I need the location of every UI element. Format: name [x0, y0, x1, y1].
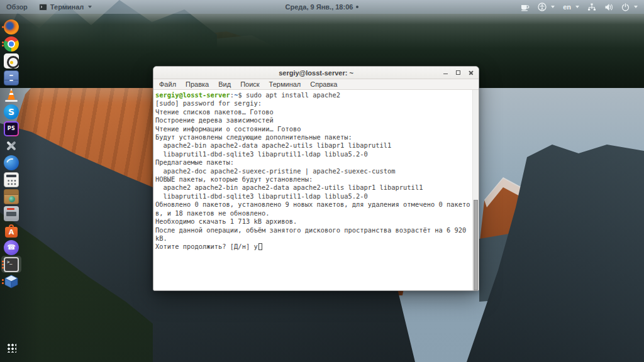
chevron-down-icon — [634, 6, 638, 8]
notification-dot — [356, 6, 358, 8]
keyboard-layout-label: en — [563, 3, 571, 11]
prompt-user-host: sergiy@losst-server — [155, 91, 230, 99]
dock-item-tweak-tools[interactable] — [1, 137, 21, 154]
terminal-output-line: libaprutil1-dbd-sqlite3 libaprutil1-ldap… — [155, 150, 471, 158]
dock-item-terminal[interactable] — [1, 256, 21, 273]
chevron-down-icon — [551, 6, 555, 8]
dock-item-media-player[interactable] — [1, 52, 21, 69]
show-applications-button[interactable] — [1, 337, 21, 354]
terminal-output-line: НОВЫЕ пакеты, которые будут установлены: — [155, 175, 471, 184]
app-menu[interactable]: Терминал — [39, 3, 92, 11]
menu-view[interactable]: Вид — [218, 80, 231, 88]
terminal-output-line: в, и 18 пакетов не обновлено. — [155, 209, 471, 217]
terminal-output-line: apache2-bin apache2-data apache2-utils l… — [155, 141, 471, 150]
confirm-question: Хотите продолжить? [Д/н] y — [155, 243, 258, 250]
dock-item-thunderbird[interactable] — [1, 154, 21, 171]
skype-icon — [4, 104, 19, 119]
volume-button[interactable] — [604, 3, 613, 11]
terminal-output-line: [sudo] password for sergiy: — [155, 99, 471, 107]
activities-label: Обзор — [6, 3, 28, 11]
show-applications-grid-icon — [6, 343, 16, 353]
clock-label[interactable]: Среда, 9 Янв., 18:06 — [286, 3, 353, 11]
dock-item-scanner[interactable] — [1, 205, 21, 222]
scrollbar-thumb[interactable] — [474, 200, 478, 290]
volume-icon — [604, 3, 613, 11]
power-menu-button[interactable] — [621, 3, 638, 11]
dock-item-vlc[interactable] — [1, 86, 21, 103]
close-button[interactable] — [467, 69, 474, 76]
menu-search[interactable]: Поиск — [240, 80, 259, 88]
network-wired-icon — [587, 3, 596, 11]
terminal-output-line: Чтение списков пакетов… Готово — [155, 108, 471, 116]
phpstorm-icon — [4, 121, 19, 136]
package-box-icon — [4, 189, 19, 204]
vlc-cone-icon — [4, 87, 19, 102]
terminal-output: [sudo] password for sergiy: Чтение списк… — [155, 99, 471, 243]
firefox-icon — [4, 19, 19, 35]
terminal-scrollbar[interactable] — [472, 90, 479, 290]
menu-help[interactable]: Справка — [310, 80, 337, 88]
media-player-icon — [4, 53, 19, 69]
terminal-prompt-line: sergiy@losst-server:~$ sudo apt install … — [155, 91, 471, 99]
terminal-output-line: Обновлено 0 пакетов, установлено 9 новых… — [155, 200, 471, 209]
window-titlebar[interactable]: sergiy@losst-server: ~ — [153, 67, 479, 79]
terminal-menubar: Файл Правка Вид Поиск Терминал Справка — [153, 79, 479, 90]
terminal-window: sergiy@losst-server: ~ Файл Правка Вид П… — [153, 66, 479, 291]
terminal-mini-icon — [39, 4, 47, 11]
network-menu-button[interactable] — [587, 3, 596, 11]
accessibility-menu-button[interactable] — [538, 3, 555, 11]
chevron-down-icon — [575, 6, 579, 8]
dock-item-chrome[interactable] — [1, 35, 21, 52]
terminal-output-line: Будут установлены следующие дополнительн… — [155, 133, 471, 141]
terminal-output-line: libaprutil1-dbd-sqlite3 libaprutil1-ldap… — [155, 192, 471, 200]
software-bag-icon — [4, 223, 19, 238]
virtualbox-icon — [4, 274, 19, 289]
terminal-input-line: Хотите продолжить? [Д/н] y — [155, 243, 471, 251]
terminal-content[interactable]: sergiy@losst-server:~$ sudo apt install … — [153, 90, 479, 290]
maximize-button[interactable] — [455, 69, 462, 76]
thunderbird-icon — [4, 155, 19, 170]
terminal-output-line: apache2 apache2-bin apache2-data apache2… — [155, 184, 471, 192]
calculator-icon — [4, 172, 19, 187]
dock-item-calculator[interactable] — [1, 171, 21, 188]
viber-icon — [4, 240, 19, 255]
dock-item-file-cabinet[interactable] — [1, 69, 21, 86]
dock-item-viber[interactable] — [1, 239, 21, 256]
dock-item-skype[interactable] — [1, 103, 21, 120]
menu-terminal[interactable]: Терминал — [269, 80, 301, 88]
chevron-down-icon — [88, 6, 92, 8]
dock-item-phpstorm[interactable] — [1, 120, 21, 137]
terminal-output-line: Построение дерева зависимостей — [155, 116, 471, 124]
activities-button[interactable]: Обзор — [6, 3, 28, 11]
app-menu-label: Терминал — [50, 3, 84, 11]
window-title: sergiy@losst-server: ~ — [153, 69, 479, 77]
terminal-output-line: Необходимо скачать 1 713 kB архивов. — [155, 217, 471, 226]
terminal-output-line: apache2-doc apache2-suexec-pristine | ap… — [155, 167, 471, 175]
chrome-icon — [4, 36, 19, 52]
dock-item-virtualbox[interactable] — [1, 273, 21, 290]
terminal-output-line: Чтение информации о состоянии… Готово — [155, 125, 471, 133]
accessibility-icon — [538, 3, 547, 11]
dock-item-firefox[interactable] — [1, 18, 21, 35]
coffee-indicator-button[interactable] — [520, 3, 530, 11]
scanner-icon — [4, 206, 19, 221]
menu-edit[interactable]: Правка — [186, 80, 209, 88]
terminal-output-line: После данной операции, объём занятого ди… — [155, 226, 471, 234]
desktop: Обзор Терминал Среда, 9 Янв., 18:06 — [0, 0, 644, 362]
top-panel: Обзор Терминал Среда, 9 Янв., 18:06 — [0, 0, 644, 14]
dock-item-software-store[interactable] — [1, 222, 21, 239]
file-cabinet-icon — [4, 70, 19, 85]
keyboard-layout-button[interactable]: en — [563, 3, 579, 11]
minimize-button[interactable] — [442, 69, 449, 76]
power-icon — [621, 3, 630, 11]
dock — [0, 14, 23, 362]
menu-file[interactable]: Файл — [159, 80, 176, 88]
tools-icon — [4, 138, 19, 153]
prompt-command: $ sudo apt install apache2 — [238, 91, 340, 99]
terminal-output-line: kB. — [155, 234, 471, 243]
coffee-cup-icon — [520, 3, 530, 11]
terminal-cursor — [258, 243, 262, 250]
dock-item-package-manager[interactable] — [1, 188, 21, 205]
terminal-output-line: Предлагаемые пакеты: — [155, 158, 471, 167]
terminal-icon — [4, 257, 19, 272]
